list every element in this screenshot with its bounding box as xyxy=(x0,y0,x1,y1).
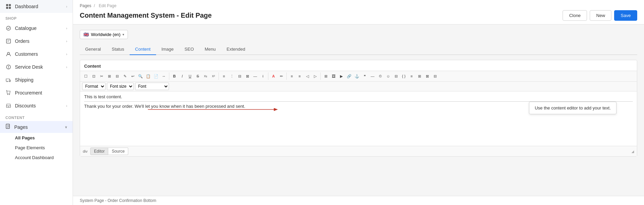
svg-rect-5 xyxy=(6,39,11,43)
toolbar-more-btn[interactable]: ≡ xyxy=(408,72,415,80)
toolbar-undo-btn[interactable]: ↩ xyxy=(129,72,136,80)
toolbar-extra-btn[interactable]: ⊞ xyxy=(416,72,423,80)
tab-image[interactable]: Image xyxy=(156,44,179,55)
toolbar-ol-btn[interactable]: ≡ xyxy=(296,72,303,80)
breadcrumb-pages-link[interactable]: Pages xyxy=(80,3,91,8)
editor-section: Content ☐ ⊡ ✂ ⊞ ⊟ ✎ ↩ 🔍 📋 📄 ↔ B I U xyxy=(80,60,637,157)
bottom-bar: System Page - Order Confirmation Bottom xyxy=(73,196,644,205)
sidebar-sub-item-account-dashboard[interactable]: Account Dashboard xyxy=(0,153,73,163)
locale-selector[interactable]: 🇬🇧 Worldwide (en) ▾ xyxy=(80,30,128,39)
format-select[interactable]: Format xyxy=(82,83,106,90)
tab-seo[interactable]: SEO xyxy=(179,44,199,55)
locale-flag: 🇬🇧 xyxy=(83,32,89,37)
tab-extended[interactable]: Extended xyxy=(221,44,251,55)
toolbar-ltr-btn[interactable]: ⫲ xyxy=(259,72,267,80)
editor-tab-source[interactable]: Source xyxy=(108,148,128,155)
sidebar-item-catalogue[interactable]: Catalogue › xyxy=(0,22,73,35)
sidebar-item-catalogue-label: Catalogue xyxy=(15,25,37,31)
toolbar-table-btn[interactable]: ⊞ xyxy=(322,72,329,80)
locale-chevron-icon: ▾ xyxy=(122,33,124,36)
procurement-icon xyxy=(5,90,12,96)
sidebar-item-shipping[interactable]: Shipping xyxy=(0,73,73,86)
toolbar-sep-1 xyxy=(169,72,169,80)
chevron-right-icon: › xyxy=(66,5,67,8)
toolbar-align-center-btn[interactable]: ⋮ xyxy=(228,72,235,80)
chevron-right-icon-2: › xyxy=(66,27,67,30)
toolbar-edit-btn[interactable]: ✎ xyxy=(121,72,129,80)
new-button[interactable]: New xyxy=(590,10,611,21)
svg-point-9 xyxy=(10,81,10,82)
toolbar-bg-color-btn[interactable]: ✏ xyxy=(278,72,285,80)
toolbar-cut-btn[interactable]: ✂ xyxy=(98,72,105,80)
font-size-select[interactable]: Font size xyxy=(107,83,134,90)
content-section-label: CONTENT xyxy=(0,112,73,121)
toolbar-bold-btn[interactable]: B xyxy=(171,72,178,80)
font-select[interactable]: Font xyxy=(135,83,169,90)
toolbar-strike-btn[interactable]: S xyxy=(194,72,202,80)
tab-content[interactable]: Content xyxy=(130,44,156,55)
toolbar-underline-btn[interactable]: U xyxy=(186,72,194,80)
toolbar-paste-btn[interactable]: ⊟ xyxy=(113,72,121,80)
editor-body[interactable]: This is test content. Use the content ed… xyxy=(80,91,637,146)
toolbar-indent-btn[interactable]: ▷ xyxy=(311,72,319,80)
tab-general[interactable]: General xyxy=(80,44,106,55)
sidebar-item-procurement[interactable]: Procurement xyxy=(0,86,73,99)
tab-status[interactable]: Status xyxy=(106,44,130,55)
toolbar-special-btn[interactable]: © xyxy=(377,72,384,80)
toolbar-cols-btn[interactable]: ⊠ xyxy=(423,72,431,80)
toolbar-align-right-btn[interactable]: ⊟ xyxy=(236,72,243,80)
toolbar-sub-btn[interactable]: X₂ xyxy=(202,72,209,80)
sidebar-item-pages[interactable]: Pages ∨ xyxy=(0,121,73,133)
content-tabs: General Status Content Image SEO Menu Ex… xyxy=(80,44,637,55)
toolbar-outdent-btn[interactable]: ◁ xyxy=(304,72,311,80)
editor-tab-editor[interactable]: Editor xyxy=(90,148,108,155)
service-desk-icon xyxy=(5,64,12,70)
save-button[interactable]: Save xyxy=(614,10,637,21)
toolbar-block-btn[interactable]: ❝ xyxy=(361,72,368,80)
toolbar-toggle-btn[interactable]: ↔ xyxy=(160,72,168,80)
sidebar-item-dashboard[interactable]: Dashboard › xyxy=(0,0,73,13)
sidebar-sub-item-all-pages[interactable]: All Pages xyxy=(0,133,73,143)
editor-section-label: Content xyxy=(80,60,637,71)
clone-button[interactable]: Clone xyxy=(563,10,587,21)
shop-section-label: SHOP xyxy=(0,13,73,22)
tooltip-box: Use the content editor to add your text. xyxy=(529,102,617,114)
toolbar-search-btn[interactable]: 🔍 xyxy=(137,72,144,80)
toolbar-media-btn[interactable]: ▶ xyxy=(338,72,345,80)
toolbar-new-doc-btn[interactable]: ☐ xyxy=(82,72,90,80)
toolbar-sep-2 xyxy=(219,72,219,80)
toolbar-img-btn[interactable]: 🖼 xyxy=(330,72,337,80)
toolbar-code-btn[interactable]: { } xyxy=(400,72,408,80)
sidebar-item-discounts[interactable]: Discounts › xyxy=(0,99,73,112)
sidebar-sub-item-page-elements[interactable]: Page Elements xyxy=(0,143,73,153)
toolbar-align-left-btn[interactable]: ≡ xyxy=(220,72,228,80)
resize-handle[interactable]: ◢ xyxy=(631,150,634,153)
toolbar-paste3-btn[interactable]: 📄 xyxy=(152,72,160,80)
toolbar-italic-btn[interactable]: I xyxy=(178,72,186,80)
svg-point-11 xyxy=(9,94,10,95)
sidebar-item-orders[interactable]: Orders › xyxy=(0,35,73,48)
svg-point-8 xyxy=(7,81,7,82)
toolbar-sup-btn[interactable]: X² xyxy=(210,72,217,80)
toolbar-open-btn[interactable]: ⊡ xyxy=(90,72,97,80)
toolbar-grid-btn[interactable]: ⊟ xyxy=(431,72,439,80)
sidebar-item-shipping-label: Shipping xyxy=(15,77,34,83)
customers-icon xyxy=(5,51,12,57)
toolbar-align-justify-btn[interactable]: ⊠ xyxy=(244,72,251,80)
toolbar-text-color-btn[interactable]: A xyxy=(270,72,277,80)
toolbar-emotion-btn[interactable]: ☺ xyxy=(384,72,392,80)
toolbar-table2-btn[interactable]: ⊟ xyxy=(392,72,400,80)
toolbar-anchor-btn[interactable]: ⚓ xyxy=(353,72,361,80)
tab-menu[interactable]: Menu xyxy=(199,44,221,55)
page-header: Pages / Edit Page Content Management Sys… xyxy=(73,0,644,24)
toolbar-link-btn[interactable]: 🔗 xyxy=(345,72,353,80)
sidebar-item-customers[interactable]: Customers › xyxy=(0,48,73,61)
toolbar-copy-btn[interactable]: ⊞ xyxy=(106,72,113,80)
toolbar-ul-btn[interactable]: ≡ xyxy=(288,72,296,80)
toolbar-hr-btn[interactable]: — xyxy=(369,72,376,80)
toolbar-paste2-btn[interactable]: 📋 xyxy=(145,72,152,80)
sidebar-item-service-desk[interactable]: Service Desk › xyxy=(0,61,73,73)
svg-rect-2 xyxy=(6,7,8,9)
toolbar-rtl-btn[interactable]: — xyxy=(251,72,259,80)
header-buttons: Clone New Save xyxy=(563,10,637,21)
